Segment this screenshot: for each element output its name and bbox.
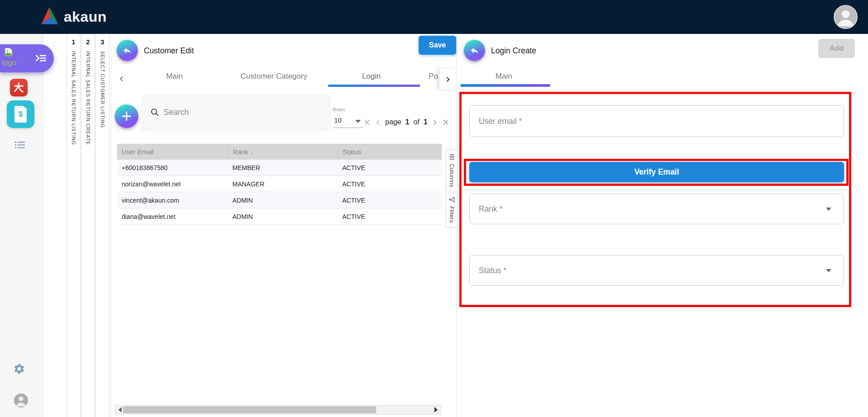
table-row[interactable]: vincent@akaun.com ADMIN ACTIVE [117, 192, 442, 208]
last-page-icon[interactable] [441, 118, 449, 127]
cell-status: ACTIVE [338, 160, 442, 175]
columns-tool-label: Columns [448, 164, 455, 187]
wizard-tab-3[interactable]: 3 SELECT CUSTOMER LISTING [95, 34, 109, 417]
columns-icon [448, 154, 455, 161]
brand-logo[interactable]: akaun [40, 6, 107, 28]
cell-status: ACTIVE [338, 192, 442, 208]
broken-image-icon [3, 47, 14, 59]
add-row-button[interactable] [115, 104, 138, 128]
brand-name: akaun [64, 9, 107, 25]
tab-main[interactable]: Main [156, 72, 193, 81]
tab-clipped[interactable]: Po [428, 72, 439, 81]
cell-user-email: vincent@akaun.com [117, 192, 228, 208]
rows-per-page-select[interactable]: 10 [334, 116, 342, 124]
status-select[interactable]: Status * [469, 255, 844, 286]
back-button[interactable] [117, 40, 138, 61]
user-avatar[interactable] [834, 5, 858, 29]
first-page-icon[interactable] [363, 118, 372, 127]
cell-status: ACTIVE [338, 176, 442, 192]
cell-status: ACTIVE [338, 208, 442, 224]
tenant-logo-pill[interactable]: logo [0, 44, 54, 72]
rows-select-underline [333, 128, 363, 128]
cell-user-email: norizan@wavelet.net [117, 176, 228, 192]
cell-user-email: +600183867580 [117, 160, 228, 175]
search-icon [150, 108, 160, 117]
save-button[interactable]: Save [419, 36, 456, 55]
pagination: page 1 of 1 [363, 114, 449, 130]
app-icon-da[interactable] [10, 79, 28, 96]
settings-gear-icon[interactable] [13, 363, 25, 377]
wizard-tab-label: INTERNAL SALES RETURN LISTING [71, 51, 76, 145]
wizard-tab-label: INTERNAL SALES RETURN CREATE [85, 51, 91, 145]
back-arrow-icon [123, 46, 132, 55]
scroll-right-icon[interactable] [434, 407, 438, 412]
sidebar-expand-icon[interactable] [35, 52, 47, 66]
back-arrow-icon [470, 46, 479, 55]
sort-descending-icon[interactable]: ↓ [251, 149, 254, 156]
of-word: of [414, 118, 420, 126]
active-tab-underline [328, 85, 420, 87]
wizard-tab-number: 1 [67, 34, 80, 46]
user-email-field[interactable]: User email * [469, 105, 844, 137]
list-menu-icon[interactable] [15, 142, 26, 150]
tabs-scroll-left-icon[interactable] [116, 71, 127, 86]
dollar-document-icon: $ [14, 106, 27, 123]
akaun-triangle-icon [40, 6, 60, 28]
app-window: akaun logo [0, 0, 868, 417]
logins-table: User Email Rank ↓ Status +600183867580 M… [117, 144, 442, 225]
cell-rank: ADMIN [228, 192, 338, 208]
da-character-icon [13, 81, 25, 94]
wizard-tab-1[interactable]: 1 INTERNAL SALES RETURN LISTING [66, 34, 80, 417]
table-row[interactable]: diana@wavelet.net ADMIN ACTIVE [117, 208, 442, 225]
profile-person-icon[interactable] [14, 393, 28, 408]
back-button[interactable] [464, 40, 485, 61]
icon-sidebar: logo $ [0, 34, 43, 417]
columns-tool-button[interactable]: Columns [446, 150, 457, 192]
rank-placeholder: Rank * [479, 204, 503, 214]
wizard-tab-label: SELECT CUSTOMER LISTING [100, 51, 105, 128]
verify-email-button[interactable]: Verify Email [469, 162, 844, 182]
search-input[interactable] [164, 108, 308, 117]
next-page-icon[interactable] [431, 118, 439, 126]
total-pages-number: 1 [424, 118, 428, 126]
cell-rank: MANAGER [228, 176, 338, 192]
column-header-status[interactable]: Status [338, 144, 442, 160]
wizard-tab-number: 2 [81, 34, 94, 46]
scroll-left-icon[interactable] [118, 407, 122, 412]
active-tab-underline [461, 84, 550, 87]
tab-customer-category[interactable]: Customer Category [231, 72, 317, 81]
wizard-tab-number: 3 [96, 34, 109, 46]
filters-tool-button[interactable]: Filters [446, 192, 457, 227]
tab-main[interactable]: Main [485, 72, 523, 81]
page-title: Login Create [491, 46, 536, 56]
login-create-panel: Login Create Add Main User email * Verif… [458, 34, 868, 417]
add-button-disabled[interactable]: Add [818, 39, 855, 58]
page-word: page [385, 118, 401, 126]
cell-rank: MEMBER [228, 160, 338, 175]
table-row[interactable]: +600183867580 MEMBER ACTIVE [117, 160, 442, 176]
rank-select[interactable]: Rank * [469, 194, 844, 224]
previous-page-icon[interactable] [374, 118, 382, 126]
app-icon-invoice[interactable]: $ [7, 100, 34, 128]
column-header-user-email[interactable]: User Email [117, 144, 228, 160]
dropdown-caret-icon [826, 269, 831, 272]
table-side-tools: Columns Filters [446, 149, 458, 228]
column-header-rank[interactable]: Rank ↓ [228, 144, 338, 160]
rows-caret-icon[interactable] [355, 120, 361, 123]
tab-login[interactable]: Login [354, 72, 388, 81]
cell-rank: ADMIN [228, 208, 338, 224]
status-placeholder: Status * [479, 266, 506, 275]
current-page-number: 1 [406, 118, 410, 126]
scrollbar-thumb[interactable] [123, 406, 376, 413]
horizontal-scrollbar[interactable] [115, 405, 441, 415]
logo-alt-text: logo [2, 58, 16, 67]
wizard-tab-2[interactable]: 2 INTERNAL SALES RETURN CREATE [81, 34, 95, 417]
person-icon [835, 6, 857, 28]
customer-edit-panel: Customer Edit Save Main Customer Categor… [111, 34, 457, 417]
user-email-placeholder: User email * [479, 117, 522, 126]
filters-tool-label: Filters [448, 206, 455, 223]
top-navbar: akaun [0, 0, 868, 34]
table-row[interactable]: norizan@wavelet.net MANAGER ACTIVE [117, 176, 442, 192]
tabs-scroll-right-icon[interactable] [439, 69, 456, 89]
rows-per-page-label: Rows [333, 107, 345, 112]
